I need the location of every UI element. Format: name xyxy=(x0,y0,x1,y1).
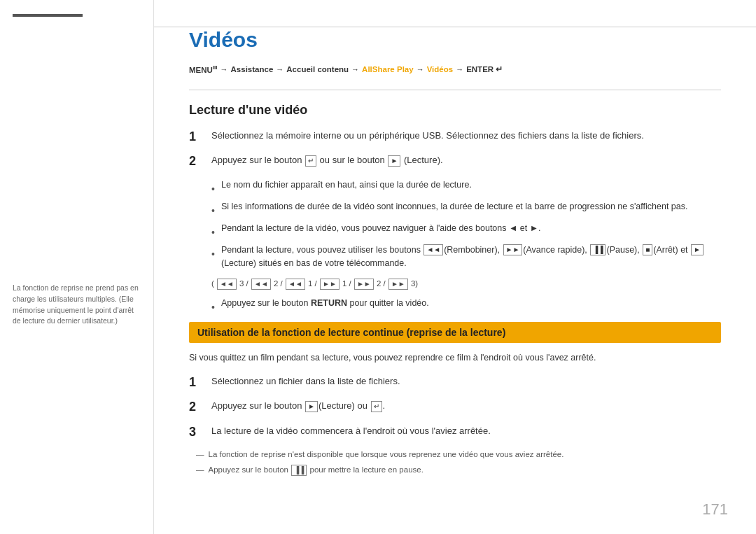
section2-heading: Utilisation de la fonction de lecture co… xyxy=(189,322,721,343)
bullet-text-4: Pendant la lecture, vous pouvez utiliser… xyxy=(221,244,721,270)
s2-step-1: 1 Sélectionnez un fichier dans la liste … xyxy=(189,374,721,391)
step-1-text: Sélectionnez la mémoire interne ou un pé… xyxy=(211,129,721,143)
enter2-icon: ↵ xyxy=(371,401,382,412)
breadcrumb-assistance: Assistance xyxy=(231,65,274,73)
breadcrumb-arrow-1: → xyxy=(220,65,228,73)
bullet-dot: • xyxy=(211,182,216,197)
s2-step-2-text: Appuyez sur le bouton ►(Lecture) ou ↵. xyxy=(211,399,721,413)
breadcrumb: MENUIII → Assistance → Accueil contenu →… xyxy=(189,64,721,74)
rewind-icon: ◄◄ xyxy=(424,244,443,255)
breadcrumb-accueil: Accueil contenu xyxy=(286,65,349,73)
main-content: Vidéos MENUIII → Assistance → Accueil co… xyxy=(154,0,756,534)
s2-step-3: 3 La lecture de la vidéo commencera à l'… xyxy=(189,424,721,440)
sidebar-decoration xyxy=(13,14,83,17)
step-2: 2 Appuyez sur le bouton ↵ ou sur le bout… xyxy=(189,153,721,169)
breadcrumb-enter: ENTER ↵ xyxy=(466,64,503,74)
bullet-list: • Le nom du fichier apparaît en haut, ai… xyxy=(211,178,721,270)
bullet-dot-4: • xyxy=(211,247,216,262)
s2-step-3-text: La lecture de la vidéo commencera à l'en… xyxy=(211,424,721,438)
breadcrumb-videos: Vidéos xyxy=(427,65,454,73)
bullet-item-3: • Pendant la lecture de la vidéo, vous p… xyxy=(211,222,721,240)
section1-heading: Lecture d'une vidéo xyxy=(189,103,721,118)
bullet-text-3: Pendant la lecture de la vidéo, vous pou… xyxy=(221,222,541,235)
return-bullet-list: • Appuyez sur le bouton RETURN pour quit… xyxy=(211,297,721,315)
bullet-text-1: Le nom du fichier apparaît en haut, ains… xyxy=(221,178,472,192)
bullet-dot-2: • xyxy=(211,204,216,218)
section2-intro: Si vous quittez un film pendant sa lectu… xyxy=(189,351,721,365)
bullet-dot-3: • xyxy=(211,225,216,240)
rewind-2-icon: ◄◄ xyxy=(251,279,271,290)
ff-1-icon: ►► xyxy=(320,279,340,290)
breadcrumb-menu: MENUIII xyxy=(189,64,218,74)
page-number: 171 xyxy=(702,500,728,519)
ff-icon: ►► xyxy=(503,244,523,255)
section-divider xyxy=(189,90,721,90)
step-number-2: 2 xyxy=(189,153,203,169)
return-bullet: • Appuyez sur le bouton RETURN pour quit… xyxy=(211,297,721,315)
return-text: Appuyez sur le bouton RETURN pour quitte… xyxy=(221,297,429,310)
dash-notes: La fonction de reprise n'est disponible … xyxy=(196,449,721,477)
s2-step-2: 2 Appuyez sur le bouton ►(Lecture) ou ↵. xyxy=(189,399,721,415)
dash-note-2: Appuyez sur le bouton ▐▐ pour mettre la … xyxy=(196,464,721,476)
key-combo: ( ◄◄ 3 / ◄◄ 2 / ◄◄ 1 / ►► 1 / ►► 2 / ►► … xyxy=(211,276,721,291)
s2-step-number-2: 2 xyxy=(189,399,203,415)
enter-button-icon: ↵ xyxy=(305,155,316,167)
play-button-icon: ► xyxy=(388,155,400,167)
breadcrumb-arrow-4: → xyxy=(416,65,424,73)
dash-note-1: La fonction de reprise n'est disponible … xyxy=(196,449,721,461)
breadcrumb-allshare: AllShare Play xyxy=(362,65,414,73)
step-1: 1 Sélectionnez la mémoire interne ou un … xyxy=(189,129,721,145)
s2-step-1-text: Sélectionnez un fichier dans la liste de… xyxy=(211,374,721,388)
return-bullet-dot: • xyxy=(211,300,216,315)
bullet-item-2: • Si les informations de durée de la vid… xyxy=(211,200,721,218)
s2-step-number-1: 1 xyxy=(189,374,203,391)
rewind-3-icon: ◄◄ xyxy=(217,279,237,290)
pause2-icon: ▐▐ xyxy=(291,465,307,476)
breadcrumb-arrow-2: → xyxy=(276,65,284,73)
sidebar-note: La fonction de reprise ne prend pas en c… xyxy=(13,283,141,327)
ff-3-icon: ►► xyxy=(388,279,408,290)
s2-step-number-3: 3 xyxy=(189,424,203,440)
dash-note-1-text: La fonction de reprise n'est disponible … xyxy=(209,449,564,461)
step-2-text: Appuyez sur le bouton ↵ ou sur le bouton… xyxy=(211,153,721,167)
stop-icon: ■ xyxy=(643,244,652,255)
ff-2-icon: ►► xyxy=(354,279,374,290)
pause-icon: ▐▐ xyxy=(590,244,606,255)
sidebar: La fonction de reprise ne prend pas en c… xyxy=(0,0,154,534)
play2-icon: ► xyxy=(305,401,318,412)
bullet-item-4: • Pendant la lecture, vous pouvez utilis… xyxy=(211,244,721,270)
page-title: Vidéos xyxy=(189,28,721,52)
breadcrumb-arrow-5: → xyxy=(456,65,463,73)
play-icon: ► xyxy=(691,244,704,255)
bullet-item-1: • Le nom du fichier apparaît en haut, ai… xyxy=(211,178,721,197)
breadcrumb-arrow-3: → xyxy=(351,65,359,73)
step-number-1: 1 xyxy=(189,129,203,145)
rewind-1-icon: ◄◄ xyxy=(286,279,305,290)
dash-note-2-text: Appuyez sur le bouton ▐▐ pour mettre la … xyxy=(209,464,424,476)
bullet-text-2: Si les informations de durée de la vidéo… xyxy=(221,200,687,213)
